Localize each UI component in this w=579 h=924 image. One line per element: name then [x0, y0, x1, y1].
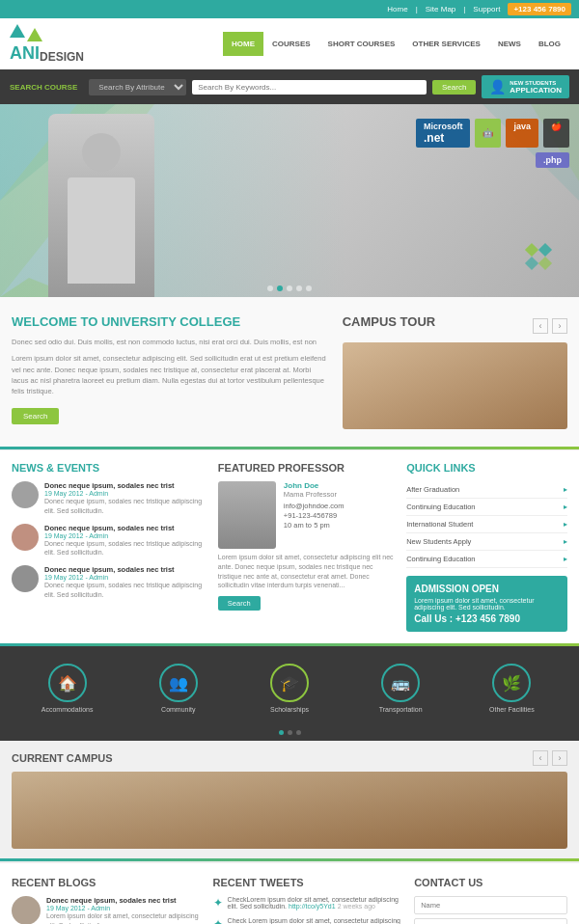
- welcome-search-button[interactable]: Search: [12, 408, 59, 424]
- current-campus-nav[interactable]: ‹ ›: [533, 750, 567, 766]
- blog-content-1: Donec neque ipsum, sodales nec trist 19 …: [46, 896, 204, 924]
- arrow-icon: [538, 243, 552, 257]
- news-snippet-3: Donec neque ipsum, sodales nec tristique…: [44, 581, 208, 600]
- admission-text: Lorem ipsum dolor sit amet, consectetur …: [414, 597, 560, 611]
- contact-name-input[interactable]: [414, 896, 567, 914]
- news-item: Donec neque ipsum, sodales nec trist 19 …: [12, 524, 208, 558]
- application-label: APPLICATION: [510, 86, 562, 95]
- nav-item-blog[interactable]: BLOG: [530, 32, 569, 56]
- tweet-time-1: 2 weeks ago: [338, 903, 375, 910]
- facilities-dots: [0, 730, 579, 741]
- logo-triangle-2: [27, 28, 42, 41]
- tweet-item: ✦ CheckLorem ipsum dolor sit amet, conse…: [213, 896, 405, 910]
- welcome-body: Lorem ipsum dolor sit amet, consectetur …: [12, 353, 327, 396]
- quick-link-item[interactable]: After Graduation ▸: [406, 481, 567, 499]
- campus-tour-header: CAMPUS TOUR ‹ ›: [343, 314, 567, 337]
- campus-prev-arrow[interactable]: ‹: [533, 318, 548, 334]
- news-headline-1: Donec neque ipsum, sodales nec trist: [44, 481, 208, 490]
- community-label: Community: [161, 706, 195, 713]
- home-link[interactable]: Home: [387, 5, 407, 14]
- net-badge: Microsoft.net: [416, 119, 471, 148]
- campus-tour-title: CAMPUS TOUR: [343, 314, 436, 329]
- hero-dot-5[interactable]: [306, 285, 312, 291]
- tweets-section-title: RECENT TWEETS: [213, 877, 405, 888]
- search-attribute-select[interactable]: Search By Attribute: [89, 79, 186, 95]
- campus-tour-image-inner: [343, 342, 567, 429]
- person-icon: 👤: [489, 79, 506, 95]
- quick-link-arrow-icon: ▸: [564, 503, 567, 511]
- news-meta-1: 19 May 2012 - Admin: [44, 490, 208, 497]
- tweet-item: ✦ Check Lorem ipsum dolor sit amet, cons…: [213, 917, 405, 924]
- hero-arrows: [527, 245, 550, 268]
- campus2-next-arrow[interactable]: ›: [552, 750, 567, 766]
- nav-item-courses[interactable]: COURSES: [263, 32, 319, 56]
- quick-link-item[interactable]: International Student ▸: [406, 516, 567, 533]
- logo: ANI DESIGN: [10, 24, 96, 64]
- quick-link-item[interactable]: Continuing Education ▸: [406, 551, 567, 568]
- contact-email-input[interactable]: [414, 918, 567, 924]
- facility-dot-2[interactable]: [288, 730, 292, 735]
- hero-person: [48, 114, 154, 297]
- search-keyword-input[interactable]: [192, 80, 427, 95]
- hero-dot-1[interactable]: [267, 285, 273, 291]
- nav-item-home[interactable]: HOME: [223, 32, 263, 56]
- tweet-link-1[interactable]: http://tco/y5Yd1: [289, 903, 336, 910]
- new-students-button[interactable]: 👤 NEW STUDENTS APPLICATION: [482, 75, 569, 98]
- contact-form: Submit: [414, 896, 567, 924]
- contact-section-title: CONTACT US: [414, 877, 567, 888]
- facility-item-scholarships: 🎓 Scholarships: [234, 656, 345, 720]
- quick-links-title: QUICK LINKS: [406, 462, 567, 474]
- logo-text: ANI DESIGN: [10, 43, 96, 64]
- facility-dot-1[interactable]: [279, 730, 284, 735]
- news-events-column: NEWS & EVENTS Donec neque ipsum, sodales…: [12, 462, 208, 632]
- search-bar: SEARCH COURSE Search By Attribute Search…: [0, 69, 579, 104]
- php-badge: .php: [536, 152, 569, 168]
- bottom-section: RECENT BLOGS Donec neque ipsum, sodales …: [0, 861, 579, 924]
- accommodations-icon: 🏠: [48, 664, 87, 702]
- quick-link-arrow-icon: ▸: [564, 537, 567, 546]
- other-facilities-label: Other Facilities: [489, 706, 535, 713]
- nav-item-other-services[interactable]: OTHER SERVICES: [403, 32, 489, 56]
- sitemap-link[interactable]: Site Map: [426, 5, 456, 14]
- quick-link-item[interactable]: New Students Apply ▸: [406, 533, 567, 551]
- campus-nav-arrows[interactable]: ‹ ›: [533, 318, 567, 334]
- top-bar: Home | Site Map | Support +123 456 7890: [0, 0, 579, 18]
- blog-thumb-1: [12, 896, 41, 924]
- news-meta-3: 19 May 2012 - Admin: [44, 574, 208, 581]
- facility-item-community: 👥 Community: [123, 656, 234, 720]
- scholarships-label: Scholarships: [270, 706, 309, 713]
- hero-dot-3[interactable]: [287, 285, 292, 291]
- hero-dot-4[interactable]: [296, 285, 302, 291]
- campus-next-arrow[interactable]: ›: [552, 318, 567, 334]
- search-button[interactable]: Search: [432, 80, 476, 95]
- featured-search-button[interactable]: Search: [218, 596, 261, 611]
- blog-headline-1: Donec neque ipsum, sodales nec trist: [46, 896, 204, 905]
- header: ANI DESIGN HOME COURSES SHORT COURSES OT…: [0, 18, 579, 69]
- logo-design: DESIGN: [40, 50, 84, 64]
- news-item: Donec neque ipsum, sodales nec trist 19 …: [12, 565, 208, 600]
- campus-tour: CAMPUS TOUR ‹ ›: [343, 314, 567, 429]
- news-content-2: Donec neque ipsum, sodales nec trist 19 …: [44, 524, 208, 558]
- blog-item: Donec neque ipsum, sodales nec trist 19 …: [12, 896, 204, 924]
- campus2-prev-arrow[interactable]: ‹: [533, 750, 548, 766]
- welcome-left: WELCOME TO UNIVERSITY COLLEGE Donec sed …: [12, 314, 327, 429]
- nav-item-short-courses[interactable]: SHORT COURSES: [319, 32, 404, 56]
- news-headline-3: Donec neque ipsum, sodales nec trist: [44, 565, 208, 574]
- nav-item-news[interactable]: NEWS: [489, 32, 530, 56]
- admission-title: ADMISSION OPEN: [414, 584, 560, 594]
- support-link[interactable]: Support: [473, 5, 500, 14]
- facility-dot-3[interactable]: [296, 730, 301, 735]
- accommodations-label: Accommodations: [41, 706, 94, 713]
- transportation-label: Transportation: [379, 706, 423, 713]
- recent-blogs-column: RECENT BLOGS Donec neque ipsum, sodales …: [12, 877, 204, 924]
- twitter-icon-1: ✦: [213, 896, 223, 910]
- new-students-label: NEW STUDENTS: [510, 80, 562, 86]
- news-content-3: Donec neque ipsum, sodales nec trist 19 …: [44, 565, 208, 600]
- quick-link-arrow-icon: ▸: [564, 555, 567, 563]
- professor-body: Lorem ipsum dolor sit amet, consectetur …: [218, 553, 397, 590]
- facility-item-other: 🌿 Other Facilities: [456, 656, 567, 720]
- quick-link-item[interactable]: Continuing Education ▸: [406, 499, 567, 516]
- blogs-section-title: RECENT BLOGS: [12, 877, 204, 888]
- hero-dot-2[interactable]: [277, 285, 283, 291]
- news-snippet-1: Donec neque ipsum, sodales nec tristique…: [44, 497, 208, 516]
